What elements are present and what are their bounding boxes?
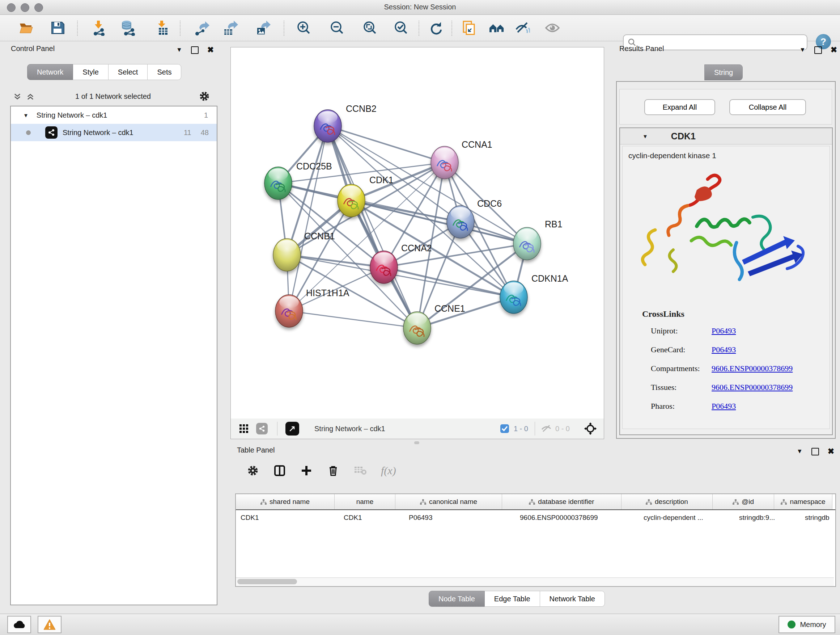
table-options-gear-icon[interactable]	[247, 465, 259, 477]
network-node-CCNE1[interactable]: CCNE1	[403, 303, 465, 344]
table-cell[interactable]: cyclin-dependent ...	[639, 510, 734, 525]
table-row[interactable]: CDK1CDK1P064939606.ENSP00000378699cyclin…	[236, 510, 835, 525]
expand-all-button[interactable]: Expand All	[644, 99, 715, 115]
tab-string[interactable]: String	[704, 65, 743, 80]
crosslink-row: Compartments:9606.ENSP00000378699	[651, 364, 829, 373]
tab-select[interactable]: Select	[109, 64, 148, 80]
node-table[interactable]: shared namenamecanonical namedatabase id…	[235, 494, 836, 587]
table-cell[interactable]: stringdb	[800, 510, 836, 525]
column-header-canonical-name[interactable]: canonical name	[395, 494, 502, 509]
export-network-icon[interactable]	[194, 20, 210, 36]
node-label-CCNB2: CCNB2	[346, 103, 377, 114]
panel-minimize-icon[interactable]: ▼	[176, 46, 182, 54]
crosslink-value-link[interactable]: P06493	[712, 402, 736, 411]
network-edge-CCNA2-CDKN1A[interactable]	[384, 267, 514, 297]
table-cell[interactable]: 9606.ENSP00000378699	[515, 510, 639, 525]
crosslink-value-link[interactable]: 9606.ENSP00000378699	[712, 364, 793, 373]
session-snapshot-icon[interactable]	[461, 20, 477, 36]
cloud-status-button[interactable]	[7, 616, 31, 633]
tab-network-table[interactable]: Network Table	[540, 591, 605, 607]
tab-node-table[interactable]: Node Table	[429, 591, 485, 607]
save-session-icon[interactable]	[50, 20, 65, 36]
control-panel-title: Control Panel	[11, 44, 55, 53]
column-header-database-identifier[interactable]: database identifier	[502, 494, 622, 509]
table-cell[interactable]: stringdb:9...	[734, 510, 800, 525]
network-node-CCNA1[interactable]: CCNA1	[431, 139, 493, 179]
delete-column-icon[interactable]	[327, 465, 339, 477]
network-edge-CCNB1-CCNA2[interactable]	[287, 255, 384, 267]
panel-float-icon[interactable]	[812, 448, 819, 455]
crosslink-label: Uniprot:	[651, 326, 712, 336]
birdseye-view-icon[interactable]	[584, 423, 597, 435]
table-cell[interactable]: P06493	[404, 510, 515, 525]
column-header-description[interactable]: description	[622, 494, 713, 509]
create-column-icon[interactable]	[301, 465, 312, 477]
memory-button[interactable]: Memory	[778, 616, 835, 633]
crosslink-value-link[interactable]: 9606.ENSP00000378699	[712, 383, 793, 392]
section-expander-icon[interactable]: ▼	[643, 133, 648, 139]
table-cell[interactable]: CDK1	[339, 510, 404, 525]
column-header-shared-name[interactable]: shared name	[236, 494, 335, 509]
network-node-RB1[interactable]: RB1	[513, 219, 562, 260]
show-all-icon[interactable]	[545, 20, 561, 36]
network-collection-row[interactable]: ▼ String Network – cdk1 1	[11, 106, 217, 124]
first-neighbors-icon[interactable]	[489, 20, 505, 36]
zoom-out-icon[interactable]	[329, 20, 345, 36]
column-header-namespace[interactable]: namespace	[774, 494, 832, 509]
show-columns-icon[interactable]	[274, 465, 286, 477]
crosslink-value-link[interactable]: P06493	[712, 326, 736, 336]
panel-close-icon[interactable]: ✖	[207, 45, 214, 55]
detach-view-icon[interactable]	[286, 422, 299, 435]
panel-float-icon[interactable]	[814, 46, 822, 54]
import-network-from-file-icon[interactable]	[91, 20, 107, 36]
network-options-gear-icon[interactable]	[199, 91, 210, 102]
tab-style[interactable]: Style	[73, 64, 108, 80]
splitter-handle[interactable]	[414, 441, 419, 444]
zoom-fit-content-icon[interactable]	[362, 20, 378, 36]
column-header-name[interactable]: name	[335, 494, 395, 509]
network-edge-CCNB2-CCNA1[interactable]	[328, 126, 445, 163]
export-table-icon[interactable]	[223, 20, 239, 36]
table-cell[interactable]: CDK1	[236, 510, 339, 525]
hide-selected-icon[interactable]	[514, 20, 530, 36]
open-session-icon[interactable]	[18, 20, 34, 36]
tab-network[interactable]: Network	[27, 64, 73, 80]
hidden-eye-icon[interactable]	[541, 424, 552, 433]
refresh-view-icon[interactable]	[428, 20, 444, 36]
network-share-view-icon[interactable]	[256, 423, 268, 434]
function-builder-icon[interactable]: f(x)	[381, 464, 396, 477]
scrollbar-thumb[interactable]	[237, 579, 297, 584]
network-node-CDKN1A[interactable]: CDKN1A	[500, 273, 568, 314]
column-header-@id[interactable]: @id	[713, 494, 774, 509]
network-node-CCNA2[interactable]: CCNA2	[370, 243, 432, 283]
export-image-icon[interactable]	[256, 20, 271, 36]
toolbar-separator	[180, 21, 180, 36]
crosslink-value-link[interactable]: P06493	[712, 345, 736, 355]
import-table-from-file-icon[interactable]	[155, 20, 171, 36]
panel-close-icon[interactable]: ✖	[828, 447, 834, 456]
network-edge-CDKN1A-CCNE1[interactable]	[417, 297, 514, 328]
grid-view-icon[interactable]	[240, 424, 248, 433]
import-network-from-database-icon[interactable]	[120, 20, 136, 36]
collapse-all-button[interactable]: Collapse All	[729, 99, 806, 115]
selected-checkbox-icon[interactable]	[500, 424, 509, 433]
zoom-selected-icon[interactable]	[393, 20, 409, 36]
control-panel-tabs: NetworkStyleSelectSets	[27, 64, 181, 80]
collection-expander-icon[interactable]: ▼	[23, 112, 28, 119]
panel-minimize-icon[interactable]: ▼	[799, 46, 806, 54]
tab-sets[interactable]: Sets	[148, 64, 181, 80]
network-edge-HIST1H1A-CCNE1[interactable]	[289, 311, 417, 328]
network-row[interactable]: String Network – cdk1 11 48	[11, 124, 217, 141]
network-canvas[interactable]: CCNB2CCNA1CDC25BCDK1CDC6RB1CCNB1CCNA2CDK…	[231, 47, 604, 419]
horizontal-scrollbar[interactable]	[236, 578, 834, 586]
zoom-in-icon[interactable]	[296, 20, 312, 36]
network-edge-CCNB2-RB1[interactable]	[328, 126, 527, 244]
panel-close-icon[interactable]: ✖	[831, 45, 837, 55]
protein-section-header[interactable]: ▼ CDK1	[620, 128, 832, 144]
warnings-button[interactable]	[38, 616, 62, 633]
delete-table-icon[interactable]	[354, 466, 366, 475]
panel-float-icon[interactable]	[191, 46, 199, 54]
network-node-HIST1H1A[interactable]: HIST1H1A	[275, 288, 349, 327]
tab-edge-table[interactable]: Edge Table	[485, 591, 540, 607]
panel-minimize-icon[interactable]: ▼	[797, 448, 803, 455]
